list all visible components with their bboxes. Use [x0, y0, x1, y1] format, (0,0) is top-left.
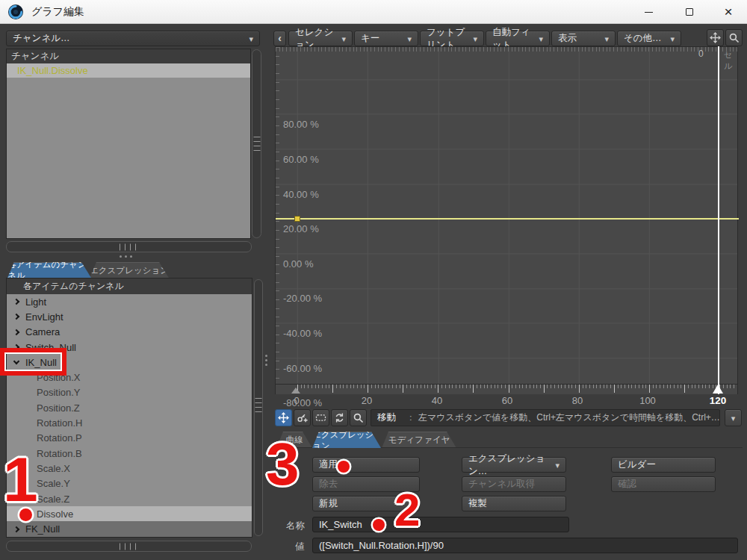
tab-label: エクスプレッション	[90, 265, 169, 276]
lightwave-logo-icon	[7, 4, 24, 20]
tree-item-label: FK_Null	[25, 523, 60, 535]
minimize-button[interactable]	[630, 0, 667, 24]
tree-item-camera[interactable]: Camera	[7, 325, 252, 340]
channel-dropdown[interactable]: チャンネル…	[6, 31, 260, 46]
title-bar: グラフ編集	[0, 0, 747, 24]
move-tool-button[interactable]	[275, 409, 292, 426]
zoom-view-button[interactable]	[725, 29, 743, 46]
back-button[interactable]: ‹	[273, 31, 286, 46]
dashed-box-icon	[314, 411, 327, 424]
x-axis-label: 60	[502, 395, 512, 406]
confirm-button[interactable]: 確認	[611, 476, 716, 492]
refresh-icon	[333, 411, 346, 424]
tree-channel-label: Scale.Z	[37, 494, 69, 505]
panel-splitter-handle[interactable]	[120, 255, 132, 258]
tab-item-channels[interactable]: 各アイテムのチャンネル	[7, 262, 91, 278]
playhead[interactable]	[718, 46, 719, 394]
chevron-right-icon[interactable]	[13, 329, 19, 335]
y-axis-label: -20.00 %	[283, 293, 322, 304]
pan-icon	[709, 31, 722, 44]
tree-channel-scale-y[interactable]: Scale.Y	[7, 476, 252, 491]
current-frame-label: 120	[710, 395, 727, 406]
zoom-tool-button[interactable]	[350, 409, 367, 426]
value-input[interactable]	[312, 538, 738, 553]
y-axis-label: -40.00 %	[283, 328, 322, 339]
curve-plot-area[interactable]: 80.00 % 60.00 % 40.00 % 20.00 % 0.00 % -…	[275, 46, 738, 385]
current-frame-marker[interactable]	[713, 385, 723, 393]
time-ruler[interactable]	[275, 385, 738, 394]
unit-label: セル	[724, 49, 737, 72]
builder-button[interactable]: ビルダー	[611, 457, 716, 473]
channel-bin-hscrollbar[interactable]	[6, 241, 252, 252]
magnifier-icon	[728, 31, 740, 44]
chevron-right-icon[interactable]	[13, 314, 19, 320]
scrollbar-grip	[253, 137, 260, 152]
tree-channel-position-z[interactable]: Position.Z	[7, 400, 252, 415]
channel-bin-header: チャンネル	[7, 49, 250, 63]
tab-label: モディファイヤ	[388, 435, 450, 446]
menu-selection[interactable]: セレクション	[288, 31, 353, 46]
tree-item-light[interactable]: Light	[7, 294, 252, 309]
tree-channel-rotation-h[interactable]: Rotation.H	[7, 415, 252, 430]
frame-0-marker[interactable]	[291, 388, 300, 393]
pan-view-button[interactable]	[707, 29, 724, 46]
duplicate-button[interactable]: 複製	[462, 496, 566, 511]
roll-keys-button[interactable]	[312, 409, 329, 426]
y-axis-label: 40.00 %	[283, 189, 319, 200]
hint-more-button[interactable]	[725, 409, 742, 426]
horizontal-gridlines	[276, 47, 737, 384]
tree-channel-scale-z[interactable]: Scale.Z	[7, 491, 252, 506]
keyframe-point[interactable]	[294, 216, 300, 222]
tab-expression-list[interactable]: エクスプレッション	[90, 262, 169, 278]
channel-bin-selected-row[interactable]: IK_Null.Dissolve	[7, 63, 250, 78]
button-label: 除去	[319, 478, 338, 491]
menu-display[interactable]: 表示	[551, 31, 616, 46]
chevron-down-icon	[555, 460, 560, 470]
x-axis-label: 100	[639, 395, 656, 406]
tab-modifier[interactable]: モディファイヤ	[382, 432, 456, 448]
tree-item-label: Light	[25, 296, 46, 308]
tree-channel-rotation-p[interactable]: Rotation.P	[7, 431, 252, 446]
cycle-tool-button[interactable]	[331, 409, 348, 426]
close-button[interactable]	[710, 0, 747, 24]
menu-others[interactable]: その他…	[617, 31, 681, 46]
maximize-button[interactable]	[671, 0, 708, 24]
menu-footprint[interactable]: フットプリント	[420, 31, 484, 46]
chevron-down-icon	[473, 34, 477, 44]
value-field-label: 値	[295, 541, 305, 553]
name-field-label: 名称	[286, 520, 305, 532]
channel-bin-scrollbar[interactable]	[252, 49, 261, 238]
tree-scrollbar[interactable]	[254, 279, 263, 536]
scrollbar-grip	[120, 543, 139, 550]
chevron-down-icon	[407, 34, 412, 44]
chevron-right-icon[interactable]	[13, 299, 19, 305]
x-axis-label: 0	[294, 395, 299, 406]
tab-expression[interactable]: エクスプレッション	[312, 432, 381, 448]
minimize-icon	[645, 12, 653, 13]
tree-channel-scale-x[interactable]: Scale.X	[7, 461, 252, 476]
apply-button[interactable]: 適用	[312, 457, 420, 473]
tree-channel-rotation-b[interactable]: Rotation.B	[7, 446, 252, 461]
tree-channel-position-y[interactable]: Position.Y	[7, 385, 252, 400]
tool-hint-bar: 移動 ： 左マウスボタンで値を移動、Ctrl+左マウスボタンで時間軸を移動、Ct…	[371, 409, 720, 426]
tree-channel-dissolve[interactable]: Dissolve	[7, 506, 252, 521]
menu-key[interactable]: キー	[354, 31, 418, 46]
menu-autofit[interactable]: 自動フィット	[486, 31, 550, 46]
move-icon	[277, 411, 290, 424]
graph-editor-window: グラフ編集 チャンネル… チャンネル IK_Null.Dissolve 各アイテ…	[0, 0, 747, 560]
name-input[interactable]	[312, 517, 569, 532]
get-channel-button[interactable]: チャンネル取得	[462, 476, 566, 492]
tree-channel-label: Scale.Y	[37, 478, 70, 489]
tree-item-fk-null[interactable]: FK_Null	[7, 521, 252, 536]
tree-header: 各アイテムのチャンネル	[7, 279, 252, 294]
tree-channel-label: Position.Y	[37, 387, 81, 398]
chevron-right-icon[interactable]	[13, 526, 19, 532]
add-key-button[interactable]	[294, 409, 311, 426]
expression-menu-dropdown[interactable]: エクスプレッション…	[462, 457, 566, 473]
tree-item-envlight[interactable]: EnvLight	[7, 309, 252, 324]
y-axis-label: -80.00 %	[283, 397, 322, 408]
vertical-splitter-handle[interactable]	[265, 355, 267, 366]
menu-label: キー	[361, 32, 379, 45]
menu-label: その他…	[624, 32, 662, 45]
tree-hscrollbar[interactable]	[6, 541, 252, 552]
